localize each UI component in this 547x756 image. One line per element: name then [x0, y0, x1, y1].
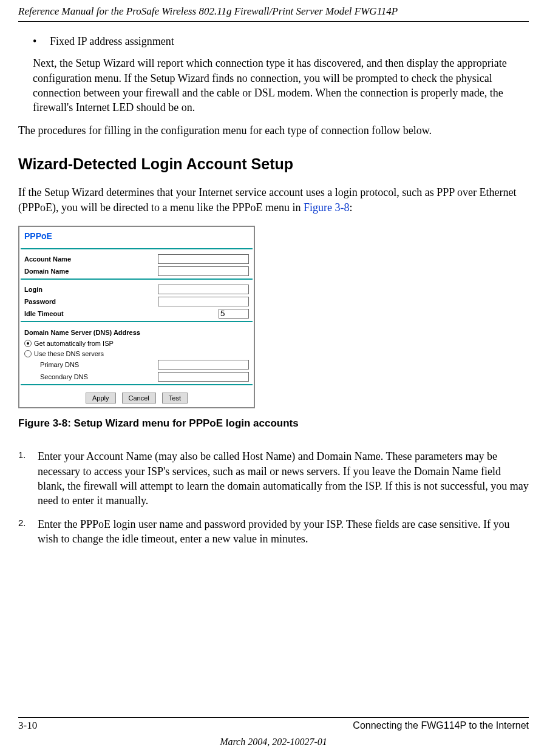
bullet-text: Fixed IP address assignment: [50, 34, 174, 49]
dns-use-row[interactable]: Use these DNS servers: [21, 349, 253, 359]
dns-auto-row[interactable]: Get automatically from ISP: [21, 339, 253, 349]
step-2-body: Enter the PPPoE login user name and pass…: [38, 517, 529, 547]
domain-name-label: Domain Name: [24, 267, 158, 276]
footer-dateline: March 2004, 202-10027-01: [18, 733, 529, 749]
separator: [21, 384, 253, 385]
account-name-label: Account Name: [24, 255, 158, 264]
step-1-body: Enter your Account Name (may also be cal…: [38, 449, 529, 508]
button-row: Apply Cancel Test: [21, 389, 253, 403]
account-name-input[interactable]: [158, 254, 249, 264]
intro-text-post: :: [349, 201, 352, 214]
login-label: Login: [24, 285, 158, 294]
figure-caption: Figure 3-8: Setup Wizard menu for PPPoE …: [18, 417, 529, 431]
pppoe-title: PPPoE: [21, 228, 253, 247]
login-input[interactable]: [158, 285, 249, 294]
password-row: Password: [21, 295, 253, 308]
step-1-number: 1.: [18, 449, 38, 508]
apply-button[interactable]: Apply: [86, 393, 116, 403]
password-label: Password: [24, 297, 158, 306]
cancel-button[interactable]: Cancel: [122, 393, 156, 403]
bullet-marker: •: [33, 34, 50, 49]
dns-auto-label: Get automatically from ISP: [34, 339, 114, 348]
figure-link[interactable]: Figure 3-8: [304, 201, 350, 214]
idle-timeout-label: Idle Timeout: [24, 309, 219, 319]
password-input[interactable]: [158, 297, 249, 306]
step-2-number: 2.: [18, 517, 38, 547]
paragraph-intro-pppoe: If the Setup Wizard determines that your…: [18, 185, 529, 215]
secondary-dns-input[interactable]: [158, 372, 249, 382]
step-2: 2. Enter the PPPoE login user name and p…: [18, 517, 529, 547]
header-rule: [18, 21, 529, 22]
radio-unselected-icon[interactable]: [24, 350, 32, 357]
step-1: 1. Enter your Account Name (may also be …: [18, 449, 529, 508]
bullet-item: • Fixed IP address assignment: [33, 34, 529, 49]
secondary-dns-row: Secondary DNS: [21, 371, 253, 383]
dns-use-label: Use these DNS servers: [34, 349, 104, 359]
section-heading-wizard-login: Wizard-Detected Login Account Setup: [18, 154, 529, 175]
primary-dns-label: Primary DNS: [24, 360, 158, 370]
paragraph-wizard-report: Next, the Setup Wizard will report which…: [33, 56, 529, 115]
account-name-row: Account Name: [21, 253, 253, 265]
paragraph-procedures: The procedures for filling in the config…: [18, 123, 529, 138]
idle-timeout-input[interactable]: [219, 309, 249, 319]
separator: [21, 278, 253, 280]
intro-text-pre: If the Setup Wizard determines that your…: [18, 186, 517, 213]
secondary-dns-label: Secondary DNS: [24, 373, 158, 382]
domain-name-row: Domain Name: [21, 265, 253, 277]
login-row: Login: [21, 283, 253, 295]
running-header: Reference Manual for the ProSafe Wireles…: [18, 0, 529, 21]
domain-name-input[interactable]: [158, 266, 249, 276]
idle-timeout-row: Idle Timeout: [21, 308, 253, 320]
separator: [21, 321, 253, 322]
primary-dns-row: Primary DNS: [21, 359, 253, 371]
dns-section-label: Domain Name Server (DNS) Address: [21, 326, 253, 339]
page-footer: 3-10 Connecting the FWG114P to the Inter…: [18, 717, 529, 756]
pppoe-panel: PPPoE Account Name Domain Name Login Pas…: [18, 226, 255, 408]
primary-dns-input[interactable]: [158, 360, 249, 370]
separator: [21, 248, 253, 249]
page-number: 3-10: [18, 719, 37, 733]
radio-selected-icon[interactable]: [24, 340, 32, 347]
test-button[interactable]: Test: [162, 393, 188, 403]
chapter-title: Connecting the FWG114P to the Internet: [353, 719, 529, 733]
